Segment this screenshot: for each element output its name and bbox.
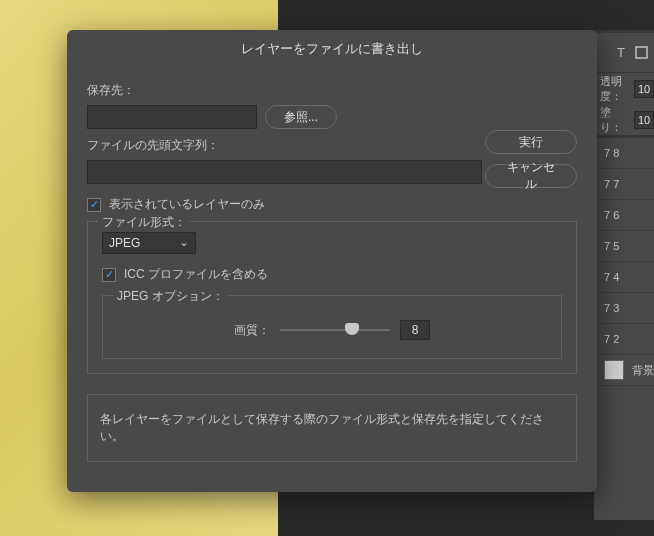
quality-input[interactable] bbox=[400, 320, 430, 340]
layer-row[interactable]: 7 8 bbox=[594, 138, 654, 169]
destination-input[interactable] bbox=[87, 105, 257, 129]
jpeg-options-group: JPEG オプション： 画質： bbox=[102, 295, 562, 359]
visible-only-label: 表示されているレイヤーのみ bbox=[109, 196, 265, 213]
opacity-label: 透明度： bbox=[600, 74, 630, 104]
layer-label: 7 5 bbox=[604, 240, 619, 252]
run-button[interactable]: 実行 bbox=[485, 130, 577, 154]
layer-row[interactable]: 7 7 bbox=[594, 169, 654, 200]
layer-label: 7 6 bbox=[604, 209, 619, 221]
layers-panel: T 透明度： 塗り： 7 87 77 67 57 47 37 2 背景 bbox=[594, 30, 654, 520]
layer-thumb bbox=[604, 360, 624, 380]
layer-row[interactable]: 7 3 bbox=[594, 293, 654, 324]
type-icon[interactable]: T bbox=[614, 46, 628, 60]
layer-label: 7 2 bbox=[604, 333, 619, 345]
fill-label: 塗り： bbox=[600, 105, 630, 135]
browse-button[interactable]: 参照... bbox=[265, 105, 337, 129]
file-format-legend: ファイル形式： bbox=[98, 214, 190, 231]
layer-label: 7 3 bbox=[604, 302, 619, 314]
prefix-input[interactable] bbox=[87, 160, 482, 184]
quality-slider[interactable] bbox=[280, 322, 390, 338]
format-select[interactable]: JPEG bbox=[102, 232, 196, 254]
icc-checkbox[interactable]: ✓ bbox=[102, 268, 116, 282]
layer-row-bg[interactable]: 背景 bbox=[594, 355, 654, 386]
slider-thumb[interactable] bbox=[345, 323, 359, 335]
footer-help-text: 各レイヤーをファイルとして保存する際のファイル形式と保存先を指定してください。 bbox=[87, 394, 577, 462]
quality-label: 画質： bbox=[234, 322, 270, 339]
layer-row[interactable]: 7 4 bbox=[594, 262, 654, 293]
destination-label: 保存先： bbox=[87, 82, 577, 99]
icc-label: ICC プロファイルを含める bbox=[124, 266, 268, 283]
layer-row[interactable]: 7 2 bbox=[594, 324, 654, 355]
opacity-input[interactable] bbox=[634, 80, 654, 98]
visible-only-checkbox[interactable]: ✓ bbox=[87, 198, 101, 212]
dialog-title: レイヤーをファイルに書き出し bbox=[67, 30, 597, 68]
crop-icon[interactable] bbox=[634, 46, 648, 60]
layer-row[interactable]: 7 6 bbox=[594, 200, 654, 231]
layer-label: 7 7 bbox=[604, 178, 619, 190]
layer-label: 7 8 bbox=[604, 147, 619, 159]
fill-input[interactable] bbox=[634, 111, 654, 129]
cancel-button[interactable]: キャンセル bbox=[485, 164, 577, 188]
file-format-group: ファイル形式： JPEG ✓ ICC プロファイルを含める JPEG オプション… bbox=[87, 221, 577, 374]
layer-label: 7 4 bbox=[604, 271, 619, 283]
jpeg-options-legend: JPEG オプション： bbox=[113, 288, 228, 305]
layer-label: 背景 bbox=[632, 363, 654, 378]
layer-row[interactable]: 7 5 bbox=[594, 231, 654, 262]
export-layers-dialog: レイヤーをファイルに書き出し 保存先： 参照... 実行 キャンセル ファイルの… bbox=[67, 30, 597, 492]
svg-rect-0 bbox=[636, 47, 647, 58]
format-selected: JPEG bbox=[109, 236, 140, 250]
